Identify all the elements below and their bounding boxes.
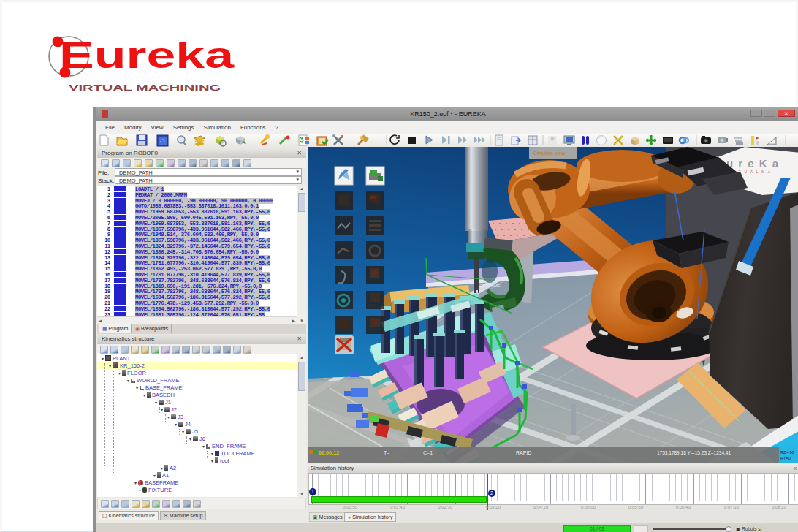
svg-text:T=: T=	[384, 450, 390, 455]
svg-text:RY=0: RY=0	[780, 456, 791, 460]
svg-text:RAPID: RAPID	[516, 450, 531, 455]
svg-text:VIRTUAL MACHINING: VIRTUAL MACHINING	[69, 84, 221, 92]
svg-text:1753.1789.18 Y=-15.23 Z=1234.4: 1753.1789.18 Y=-15.23 Z=1234.41	[657, 450, 731, 455]
svg-text:C=1: C=1	[423, 450, 433, 455]
svg-text:00:00:12: 00:00:12	[319, 450, 339, 455]
svg-text:Eureka: Eureka	[59, 35, 235, 76]
svg-text:Simulate view: Simulate view	[533, 151, 566, 156]
svg-text:RZ=-90: RZ=-90	[780, 450, 794, 455]
